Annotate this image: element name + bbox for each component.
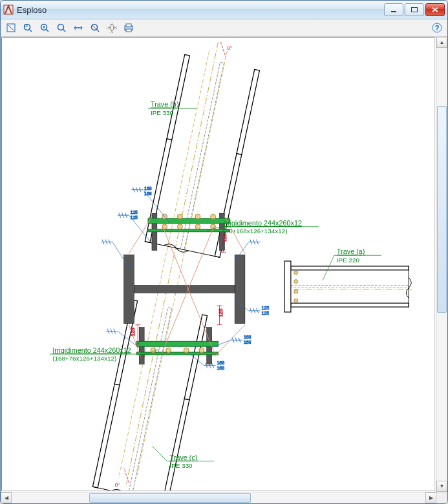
scrollbar-corner bbox=[436, 492, 447, 503]
zoom-in-icon[interactable] bbox=[54, 20, 69, 36]
svg-point-46 bbox=[195, 214, 200, 219]
svg-text:125: 125 bbox=[130, 210, 138, 215]
angle-top-label: 0° bbox=[227, 45, 232, 51]
scroll-left-button[interactable]: ◀ bbox=[1, 492, 12, 503]
scroll-right-button[interactable]: ▶ bbox=[425, 492, 436, 503]
zoom-window-icon[interactable] bbox=[20, 20, 36, 36]
hscroll-track[interactable] bbox=[12, 492, 425, 503]
svg-text:125: 125 bbox=[262, 306, 270, 310]
svg-point-29 bbox=[294, 271, 298, 275]
svg-text:168: 168 bbox=[217, 361, 225, 365]
svg-text:125: 125 bbox=[222, 233, 228, 242]
zoom-extents-icon[interactable] bbox=[37, 20, 52, 36]
svg-rect-40 bbox=[148, 218, 229, 224]
vscroll-track[interactable] bbox=[436, 48, 447, 481]
vertical-scrollbar[interactable]: ▲ ▼ bbox=[436, 37, 447, 492]
svg-text:168: 168 bbox=[144, 186, 152, 191]
irr-top-formula: (76+168x126+134x12) bbox=[223, 227, 287, 235]
svg-point-30 bbox=[294, 280, 298, 284]
svg-rect-2 bbox=[412, 8, 418, 12]
svg-rect-10 bbox=[126, 24, 131, 26]
pan-icon[interactable] bbox=[104, 20, 120, 36]
svg-rect-28 bbox=[284, 261, 291, 312]
irr-bot-label: Irrigidimento 244x260x12 bbox=[52, 346, 131, 354]
trave-c-label: Trave (c) bbox=[170, 454, 198, 461]
zoom-out-icon[interactable] bbox=[70, 20, 86, 36]
svg-text:125: 125 bbox=[262, 311, 270, 315]
help-button[interactable]: ? bbox=[429, 20, 445, 36]
svg-rect-22 bbox=[162, 399, 189, 490]
vscroll-thumb[interactable] bbox=[437, 106, 447, 313]
svg-line-73 bbox=[152, 446, 167, 461]
svg-rect-20 bbox=[92, 384, 120, 488]
svg-text:168: 168 bbox=[144, 191, 152, 196]
svg-rect-41 bbox=[148, 229, 229, 232]
select-tool-icon[interactable] bbox=[3, 20, 19, 36]
maximize-button[interactable] bbox=[405, 3, 424, 16]
trave-a-label: Trave (a) bbox=[337, 247, 365, 255]
irr-bot-formula: (168+76x126+134x12) bbox=[52, 355, 116, 362]
svg-text:168: 168 bbox=[244, 335, 251, 339]
svg-point-55 bbox=[199, 348, 204, 353]
print-icon[interactable] bbox=[121, 20, 136, 36]
titlebar[interactable]: Esploso bbox=[1, 1, 447, 19]
trave-c-profile: IPE 330 bbox=[170, 462, 193, 469]
svg-text:168: 168 bbox=[244, 340, 251, 344]
svg-text:125: 125 bbox=[218, 308, 224, 317]
close-button[interactable] bbox=[425, 3, 445, 16]
app-icon bbox=[3, 5, 14, 15]
svg-rect-16 bbox=[167, 54, 189, 140]
scroll-down-button[interactable]: ▼ bbox=[436, 481, 447, 492]
toolbar: ? bbox=[1, 19, 447, 37]
svg-point-31 bbox=[294, 289, 298, 293]
svg-rect-11 bbox=[126, 29, 131, 32]
angle-bottom-label: 0° bbox=[115, 482, 120, 488]
svg-rect-25 bbox=[291, 266, 409, 270]
minimize-button[interactable] bbox=[384, 3, 403, 16]
svg-point-49 bbox=[177, 224, 182, 229]
trave-a-profile: IPE 220 bbox=[337, 257, 360, 264]
svg-text:125: 125 bbox=[130, 215, 138, 220]
svg-rect-42 bbox=[136, 341, 218, 346]
drawing-svg: 0° 0° bbox=[2, 38, 434, 490]
svg-point-45 bbox=[177, 214, 182, 219]
svg-point-50 bbox=[195, 224, 200, 229]
zoom-previous-icon[interactable] bbox=[87, 20, 103, 36]
svg-text:125: 125 bbox=[130, 328, 136, 337]
client-area: 0° 0° bbox=[1, 37, 447, 492]
svg-rect-27 bbox=[291, 286, 409, 288]
svg-rect-34 bbox=[235, 255, 245, 323]
app-window: Esploso ? bbox=[0, 0, 448, 504]
svg-rect-33 bbox=[124, 255, 134, 323]
hscroll-thumb[interactable] bbox=[89, 493, 251, 503]
trave-b-profile: IPE 330 bbox=[151, 109, 174, 116]
svg-text:168: 168 bbox=[217, 366, 225, 370]
drawing-canvas[interactable]: 0° 0° bbox=[1, 37, 435, 491]
svg-rect-26 bbox=[291, 303, 409, 307]
svg-point-53 bbox=[166, 348, 171, 353]
window-title: Esploso bbox=[17, 5, 384, 15]
svg-point-47 bbox=[211, 214, 216, 219]
svg-rect-35 bbox=[134, 286, 235, 293]
svg-text:?: ? bbox=[435, 24, 440, 32]
trave-b-label: Trave (b) bbox=[151, 100, 179, 108]
irr-top-label: Irrigidimento 244x260x12 bbox=[223, 219, 302, 227]
svg-rect-1 bbox=[391, 11, 396, 12]
scroll-up-button[interactable]: ▲ bbox=[436, 37, 447, 48]
section-title: Sezione E - E bbox=[149, 489, 220, 490]
svg-point-54 bbox=[184, 348, 189, 353]
svg-rect-18 bbox=[237, 69, 259, 154]
svg-rect-17 bbox=[215, 154, 242, 258]
svg-point-32 bbox=[294, 299, 298, 302]
